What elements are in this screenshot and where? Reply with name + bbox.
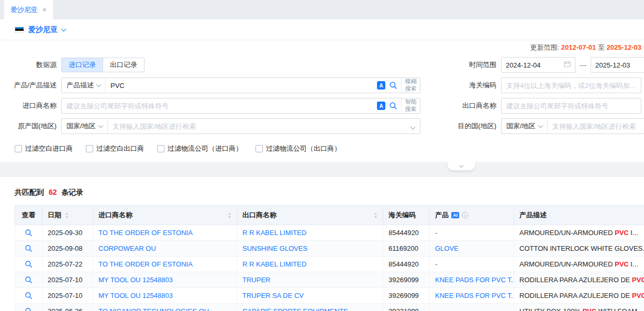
hs-code-input[interactable]: [501, 77, 641, 93]
cell-importer-value[interactable]: MY TOOL OU 12548803: [98, 276, 173, 284]
fuzzy-search-toggle[interactable]: 模糊搜索: [401, 78, 420, 93]
chevron-down-icon: [98, 123, 103, 128]
column-header-date[interactable]: 日期▲▼: [42, 206, 93, 225]
smart-search-toggle[interactable]: 智能搜索: [401, 98, 420, 113]
view-detail-search-icon[interactable]: [25, 290, 32, 299]
checkbox-icon[interactable]: [157, 145, 164, 152]
cell-date-value: 2025-07-10: [48, 292, 83, 299]
cell-exporter-value[interactable]: R R KABEL LIMITED: [242, 260, 306, 268]
cell-date-value: 2025-07-22: [48, 260, 83, 268]
cell-exporter-value[interactable]: CAPAPIE SPORTS EQUIPMENTS: [242, 307, 348, 311]
cell-product-value: -: [435, 307, 437, 311]
origin-input[interactable]: [108, 123, 409, 130]
cell-exporter-value[interactable]: TRUPER: [242, 276, 270, 284]
sort-up-icon[interactable]: ▲: [65, 212, 69, 215]
cell-hs-code-value: 85444920: [388, 260, 419, 268]
cell-view: [15, 272, 42, 288]
cell-importer: MY TOOL OU 12548803: [93, 288, 237, 304]
view-detail-search-icon[interactable]: [25, 274, 32, 284]
column-header-exporter[interactable]: 出口商名称▲▼: [237, 206, 383, 225]
cell-product-value[interactable]: GLOVE: [435, 245, 459, 252]
keyword-highlight: PVC: [632, 276, 644, 284]
info-icon[interactable]: i: [462, 212, 468, 218]
sort-icons[interactable]: ▲▼: [65, 212, 69, 219]
sort-up-icon[interactable]: ▲: [374, 212, 377, 215]
cell-product-value[interactable]: KNEE PADS FOR PVC T...: [435, 292, 514, 299]
search-icon[interactable]: [389, 102, 397, 110]
view-detail-search-icon[interactable]: [25, 227, 32, 237]
country-header: 爱沙尼亚: [0, 19, 644, 40]
sort-down-icon[interactable]: ▼: [374, 215, 377, 219]
record-count: 62: [49, 188, 57, 196]
origin-label: 原产国(地区): [0, 121, 61, 131]
cell-exporter-value[interactable]: R R KABEL LIMITED: [242, 229, 306, 237]
table-body: 2025-09-30TO THE ORDER OF ESTONIAR R KAB…: [15, 225, 644, 311]
view-detail-search-icon[interactable]: [25, 306, 32, 311]
view-detail-search-icon[interactable]: [25, 259, 32, 268]
description-text: WITH FOAM: [596, 307, 637, 311]
ai-badge: AI: [451, 212, 459, 218]
tab-estonia[interactable]: 爱沙尼亚 ×: [4, 0, 53, 19]
column-header-importer[interactable]: 进口商名称▲▼: [93, 206, 237, 225]
form-row-2: 产品/产品描述 产品描述 A 模糊搜索 海关编码: [0, 77, 644, 93]
summary-prefix: 共匹配到: [15, 188, 44, 196]
table-row: 2025-09-08CORPOWEAR OUSUNSHINE GLOVES611…: [15, 241, 644, 257]
date-range-separator: —: [580, 61, 586, 69]
sort-up-icon[interactable]: ▲: [228, 212, 231, 215]
cell-importer-value[interactable]: MY TOOL OU 12548803: [98, 292, 173, 299]
results-panel: 共匹配到 62 条记录 查看日期▲▼进口商名称▲▼出口商名称▲▼海关编码产品AI…: [0, 177, 644, 311]
translate-icon[interactable]: A: [377, 81, 385, 90]
filter-checkbox[interactable]: 过滤物流公司（进口商）: [157, 144, 242, 153]
importer-input[interactable]: [62, 102, 376, 110]
sort-down-icon[interactable]: ▼: [65, 215, 69, 219]
cell-exporter-value[interactable]: TRUPER SA DE CV: [242, 292, 304, 299]
product-type-select[interactable]: 产品描述: [62, 78, 106, 93]
chevron-down-icon: [459, 163, 463, 167]
table-header-row: 查看日期▲▼进口商名称▲▼出口商名称▲▼海关编码产品AIi产品描述: [15, 206, 644, 225]
destination-input[interactable]: [548, 123, 644, 130]
data-source-option[interactable]: 进口记录: [62, 58, 103, 72]
cell-importer-value[interactable]: TO THE ORDER OF ESTONIA: [98, 260, 193, 268]
importer-input-group: A 智能搜索: [61, 98, 420, 114]
column-header-hs: 海关编码: [383, 206, 430, 225]
destination-type-select[interactable]: 国家/地区: [502, 119, 548, 134]
cell-product-value[interactable]: KNEE PADS FOR PVC T...: [435, 276, 514, 284]
cell-exporter-value[interactable]: SUNSHINE GLOVES: [242, 245, 307, 252]
view-detail-search-icon[interactable]: [25, 243, 32, 252]
sort-icons[interactable]: ▲▼: [374, 212, 377, 219]
checkbox-icon[interactable]: [15, 145, 22, 152]
collapse-filters-button[interactable]: [448, 162, 475, 170]
keyword-highlight: PVC: [582, 307, 596, 311]
cell-hs-code-value: 39231090: [388, 307, 419, 311]
date-from-input[interactable]: 2024-12-04: [501, 57, 575, 73]
filter-checkbox[interactable]: 过滤物流公司（出口商）: [256, 144, 341, 153]
date-to-input[interactable]: 2025-12-03: [591, 57, 644, 73]
results-table-wrap: 查看日期▲▼进口商名称▲▼出口商名称▲▼海关编码产品AIi产品描述 2025-0…: [15, 205, 644, 311]
filter-checkbox[interactable]: 过滤空白出口商: [86, 144, 144, 153]
search-icon[interactable]: [389, 81, 397, 90]
origin-type-select[interactable]: 国家/地区: [62, 119, 108, 134]
keyword-highlight: PVC: [632, 292, 644, 299]
cell-date: 2025-07-10: [42, 272, 93, 288]
filter-checkbox[interactable]: 过滤空白进口商: [15, 144, 73, 153]
country-name[interactable]: 爱沙尼亚: [28, 25, 58, 35]
sort-down-icon[interactable]: ▼: [228, 215, 231, 219]
translate-icon[interactable]: A: [377, 102, 385, 110]
sort-icons[interactable]: ▲▼: [228, 212, 231, 219]
chevron-down-icon[interactable]: [61, 26, 66, 31]
column-label: 产品描述: [519, 210, 547, 220]
checkbox-icon[interactable]: [256, 145, 263, 152]
cell-exporter: TRUPER SA DE CV: [237, 288, 383, 304]
cell-importer-value[interactable]: CORPOWEAR OU: [98, 245, 156, 252]
table-row: 2025-06-26TO NICANOR TECHNOLOGIES OUCAPA…: [15, 304, 644, 311]
exporter-input[interactable]: [501, 98, 641, 114]
data-source-option[interactable]: 出口记录: [103, 58, 144, 72]
cell-importer: TO THE ORDER OF ESTONIA: [93, 257, 237, 272]
checkbox-icon[interactable]: [86, 145, 93, 152]
description-text: I...: [629, 229, 638, 237]
cell-importer-value[interactable]: TO NICANOR TECHNOLOGIES OU: [98, 307, 209, 311]
cell-hs-code: 85444920: [383, 257, 430, 272]
cell-importer-value[interactable]: TO THE ORDER OF ESTONIA: [98, 229, 193, 237]
tab-close-icon[interactable]: ×: [42, 6, 47, 13]
product-input[interactable]: [106, 82, 376, 90]
